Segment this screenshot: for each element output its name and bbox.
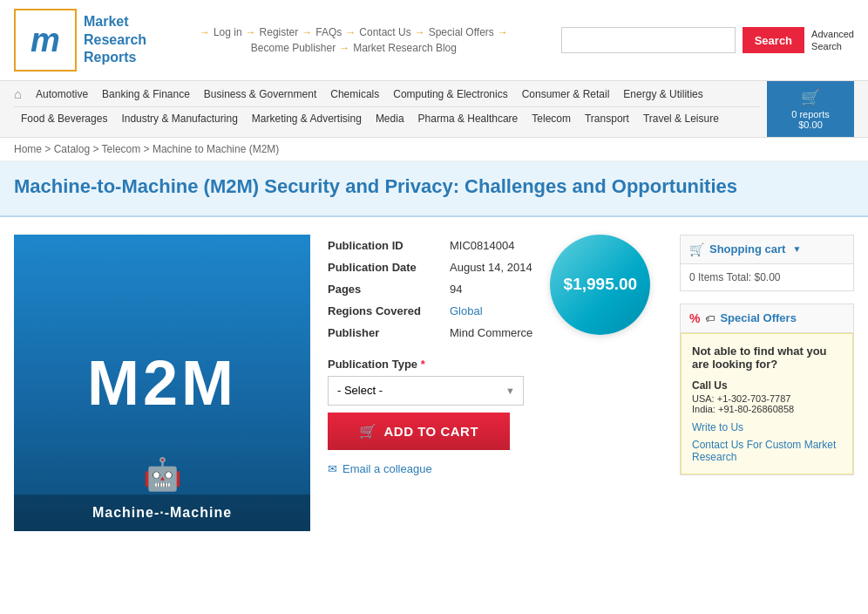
nav-arrow-4: → bbox=[345, 26, 356, 38]
cat-chemicals[interactable]: Chemicals bbox=[323, 83, 386, 106]
regions-link[interactable]: Global bbox=[450, 304, 483, 317]
cat-energy[interactable]: Energy & Utilities bbox=[616, 83, 709, 106]
publication-type-select[interactable]: - Select -PDFPrintPDF + Print bbox=[328, 376, 524, 406]
email-colleague-link[interactable]: ✉ Email a colleague bbox=[328, 462, 662, 475]
required-star: * bbox=[421, 358, 425, 371]
search-input[interactable] bbox=[561, 27, 736, 53]
logo-text: Market Research Reports bbox=[84, 13, 146, 67]
special-offers-header: % 🏷 Special Offers bbox=[681, 304, 853, 333]
meta-label-publisher: Publisher bbox=[328, 322, 450, 344]
product-top-row: Publication ID MIC0814004 Publication Da… bbox=[328, 235, 662, 344]
logo-line1: Market bbox=[84, 13, 146, 31]
breadcrumb-home[interactable]: Home bbox=[14, 143, 42, 155]
nav-special-offers[interactable]: Special Offers bbox=[429, 26, 494, 38]
cart-widget-header[interactable]: 🛒 Shopping cart ▼ bbox=[681, 235, 853, 264]
add-to-cart-button[interactable]: 🛒 ADD TO CART bbox=[328, 413, 510, 450]
meta-row-regions: Regions Covered Global bbox=[328, 300, 532, 322]
special-offers-text: Not able to find what you are looking fo… bbox=[692, 345, 842, 371]
meta-value-id: MIC0814004 bbox=[450, 235, 532, 256]
header: m Market Research Reports → Log in → Reg… bbox=[0, 0, 868, 81]
nav-arrow-5: → bbox=[415, 26, 425, 38]
meta-row-date: Publication Date August 14, 2014 bbox=[328, 256, 532, 278]
select-wrapper: - Select -PDFPrintPDF + Print ▼ bbox=[328, 376, 524, 406]
breadcrumb-catalog[interactable]: Catalog bbox=[54, 143, 90, 155]
breadcrumb-telecom[interactable]: Telecom bbox=[102, 143, 141, 155]
home-icon[interactable]: ⌂ bbox=[14, 81, 29, 106]
main-content: M2M Machine-·-Machine 🤖 Publication ID M… bbox=[0, 217, 868, 549]
meta-value-regions: Global bbox=[450, 300, 532, 322]
cat-media[interactable]: Media bbox=[369, 107, 411, 130]
cart-nav-box[interactable]: 🛒 0 reports $0.00 bbox=[767, 81, 854, 137]
meta-row-pages: Pages 94 bbox=[328, 278, 532, 300]
product-meta-table: Publication ID MIC0814004 Publication Da… bbox=[328, 235, 532, 344]
cat-row-1: ⌂ Automotive Banking & Finance Business … bbox=[14, 81, 760, 107]
contact-custom-link[interactable]: Contact Us For Custom Market Research bbox=[692, 439, 842, 463]
nav-arrow-2: → bbox=[246, 26, 256, 38]
nav-arrow-7: → bbox=[339, 42, 349, 54]
cat-telecom[interactable]: Telecom bbox=[525, 107, 578, 130]
category-nav: ⌂ Automotive Banking & Finance Business … bbox=[0, 81, 868, 138]
cart-widget-title: Shopping cart bbox=[709, 242, 785, 256]
product-details: Publication ID MIC0814004 Publication Da… bbox=[328, 235, 662, 475]
meta-label-date: Publication Date bbox=[328, 256, 450, 278]
meta-label-regions: Regions Covered bbox=[328, 300, 450, 322]
nav-arrow-6: → bbox=[498, 26, 508, 38]
nav-faqs[interactable]: FAQs bbox=[315, 26, 342, 38]
cat-transport[interactable]: Transport bbox=[578, 107, 636, 130]
logo-line2: Research bbox=[84, 31, 146, 50]
breadcrumb-sep-1: > bbox=[44, 143, 53, 155]
cat-consumer[interactable]: Consumer & Retail bbox=[515, 83, 617, 106]
email-icon: ✉ bbox=[328, 462, 337, 475]
cart-count: 0 reports bbox=[791, 109, 829, 119]
percent-icon: % bbox=[689, 311, 700, 325]
pub-type-label-text: Publication Type bbox=[328, 358, 417, 371]
nav-arrow-1: → bbox=[200, 26, 210, 38]
cat-automotive[interactable]: Automotive bbox=[29, 83, 95, 106]
advanced-search-link[interactable]: AdvancedSearch bbox=[811, 28, 854, 53]
special-offers-widget: % 🏷 Special Offers Not able to find what… bbox=[680, 304, 854, 475]
cat-industry[interactable]: Industry & Manufacturing bbox=[114, 107, 244, 130]
search-button[interactable]: Search bbox=[743, 27, 804, 53]
page-title-area: Machine-to-Machine (M2M) Security and Pr… bbox=[0, 161, 868, 217]
cat-travel[interactable]: Travel & Leisure bbox=[636, 107, 726, 130]
logo-line3: Reports bbox=[84, 49, 146, 67]
product-image-subtitle: Machine-·-Machine bbox=[14, 495, 310, 531]
page-title: Machine-to-Machine (M2M) Security and Pr… bbox=[14, 174, 854, 200]
cat-banking[interactable]: Banking & Finance bbox=[95, 83, 197, 106]
cart-icon: 🛒 bbox=[801, 88, 820, 107]
special-offers-icon2: 🏷 bbox=[705, 313, 715, 324]
meta-row-id: Publication ID MIC0814004 bbox=[328, 235, 532, 256]
logo-letter: m bbox=[31, 22, 60, 59]
cat-marketing[interactable]: Marketing & Advertising bbox=[245, 107, 369, 130]
cart-add-icon: 🛒 bbox=[359, 423, 377, 440]
nav-contact[interactable]: Contact Us bbox=[359, 26, 410, 38]
meta-row-publisher: Publisher Mind Commerce bbox=[328, 322, 532, 344]
logo-box: m bbox=[14, 9, 77, 72]
shopping-cart-widget: 🛒 Shopping cart ▼ 0 Items Total: $0.00 bbox=[680, 235, 854, 291]
cat-business[interactable]: Business & Government bbox=[197, 83, 323, 106]
breadcrumb: Home > Catalog > Telecom > Machine to Ma… bbox=[0, 138, 868, 161]
right-sidebar: 🛒 Shopping cart ▼ 0 Items Total: $0.00 %… bbox=[680, 235, 854, 475]
nav-register[interactable]: Register bbox=[260, 26, 299, 38]
nav-become-publisher[interactable]: Become Publisher bbox=[251, 42, 336, 54]
meta-value-pages: 94 bbox=[450, 278, 532, 300]
cart-items-count: 0 Items bbox=[689, 271, 723, 283]
special-offers-title: Special Offers bbox=[720, 311, 796, 324]
meta-value-date: August 14, 2014 bbox=[450, 256, 532, 278]
cat-food[interactable]: Food & Beverages bbox=[14, 107, 114, 130]
phone-india: India: +91-80-26860858 bbox=[692, 404, 842, 414]
nav-blog[interactable]: Market Research Blog bbox=[353, 42, 457, 54]
header-center: → Log in → Register → FAQs → Contact Us … bbox=[146, 26, 561, 54]
write-to-us-link[interactable]: Write to Us bbox=[692, 421, 842, 433]
cat-pharma[interactable]: Pharma & Healthcare bbox=[411, 107, 526, 130]
pub-type-section: Publication Type * - Select -PDFPrintPDF… bbox=[328, 358, 662, 406]
cart-total-value: $0.00 bbox=[755, 271, 781, 283]
cat-computing[interactable]: Computing & Electronics bbox=[386, 83, 514, 106]
breadcrumb-current: Machine to Machine (M2M) bbox=[153, 143, 279, 155]
nav-login[interactable]: Log in bbox=[214, 26, 242, 38]
search-area: Search AdvancedSearch bbox=[561, 27, 854, 53]
cart-total: $0.00 bbox=[798, 119, 823, 130]
cart-widget-body: 0 Items Total: $0.00 bbox=[681, 264, 853, 290]
cat-rows: ⌂ Automotive Banking & Finance Business … bbox=[14, 81, 760, 137]
product-image: M2M Machine-·-Machine 🤖 bbox=[14, 235, 310, 531]
